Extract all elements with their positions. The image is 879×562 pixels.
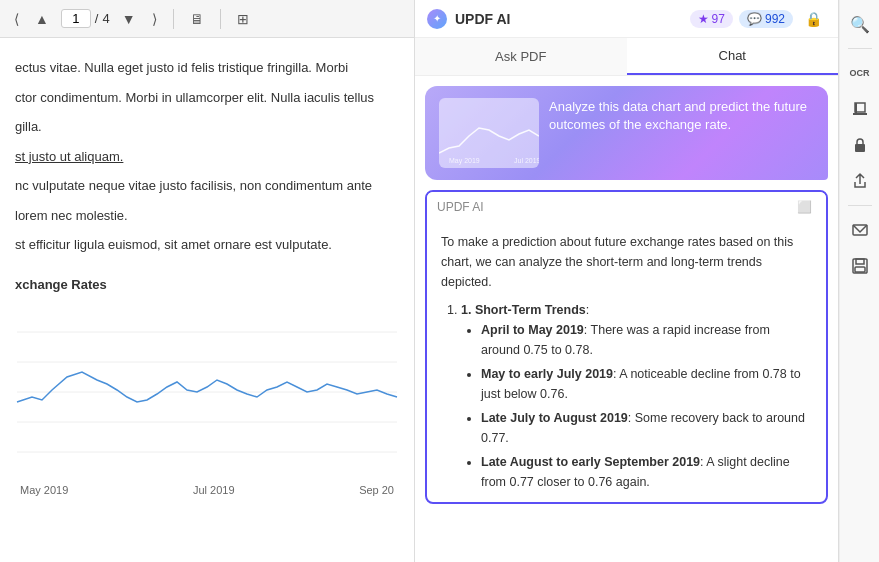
pdf-content: ectus vitae. Nulla eget justo id felis t… bbox=[0, 38, 414, 562]
ai-header-title: UPDF AI bbox=[455, 11, 682, 27]
item4-bold: Late August to early September 2019 bbox=[481, 455, 700, 469]
toolbar-separator2 bbox=[220, 9, 221, 29]
section1-title: 1. Short-Term Trends bbox=[461, 303, 586, 317]
item2-bold: May to early July 2019 bbox=[481, 367, 613, 381]
section1-item-2: May to early July 2019: A noticeable dec… bbox=[481, 364, 812, 404]
ai-response: UPDF AI ⬜ To make a prediction about fut… bbox=[425, 190, 828, 504]
pdf-text-3: gilla. bbox=[15, 117, 399, 137]
ai-chat-area: May 2019 Jul 2019 Analyze this data char… bbox=[415, 76, 838, 562]
svg-rect-14 bbox=[856, 259, 864, 264]
sidebar-separator-1 bbox=[848, 48, 872, 49]
page-indicator: / 4 bbox=[61, 9, 110, 28]
chat-count: 992 bbox=[765, 12, 785, 26]
expand-response-button[interactable]: ⬜ bbox=[793, 198, 816, 216]
response-section-1: 1. Short-Term Trends: April to May 2019:… bbox=[461, 300, 812, 492]
user-chart-thumbnail: May 2019 Jul 2019 bbox=[439, 98, 539, 168]
mail-svg bbox=[851, 221, 869, 239]
ai-panel: ✦ UPDF AI ★ 97 💬 992 🔒 Ask PDF Chat bbox=[415, 0, 839, 562]
section2-title: 2. Long-Term Trends bbox=[461, 501, 584, 502]
star-count: 97 bbox=[712, 12, 725, 26]
item1-bold: April to May 2019 bbox=[481, 323, 584, 337]
ai-tabs: Ask PDF Chat bbox=[415, 38, 838, 76]
svg-text:Jul 2019: Jul 2019 bbox=[514, 157, 539, 164]
search-icon[interactable]: 🔍 bbox=[844, 8, 876, 40]
pdf-text-1: ectus vitae. Nulla eget justo id felis t… bbox=[15, 58, 399, 78]
svg-rect-15 bbox=[855, 267, 865, 272]
chat-badge: 💬 992 bbox=[739, 10, 793, 28]
edit-svg bbox=[851, 100, 869, 118]
pdf-text-underline: st justo ut aliquam. bbox=[15, 147, 399, 167]
svg-text:May 2019: May 2019 bbox=[449, 157, 480, 165]
user-message: May 2019 Jul 2019 Analyze this data char… bbox=[425, 86, 828, 180]
share-icon[interactable] bbox=[844, 165, 876, 197]
chart-label-sep: Sep 20 bbox=[359, 482, 394, 499]
page-input[interactable] bbox=[61, 9, 91, 28]
chart-svg bbox=[15, 302, 399, 472]
user-message-text: Analyze this data chart and predict the … bbox=[549, 98, 814, 134]
tab-ask-pdf[interactable]: Ask PDF bbox=[415, 38, 627, 75]
pdf-panel: ⟨ ▲ / 4 ▼ ⟩ 🖥 ⊞ ectus vitae. Nulla eget … bbox=[0, 0, 415, 562]
sidebar-separator-2 bbox=[848, 205, 872, 206]
pdf-text-2: ctor condimentum. Morbi in ullamcorper e… bbox=[15, 88, 399, 108]
page-total: 4 bbox=[102, 11, 109, 26]
pdf-toolbar: ⟨ ▲ / 4 ▼ ⟩ 🖥 ⊞ bbox=[0, 0, 414, 38]
ai-logo-icon: ✦ bbox=[433, 13, 441, 24]
tab-chat[interactable]: Chat bbox=[627, 38, 839, 75]
page-separator: / bbox=[95, 11, 99, 26]
mail-icon[interactable] bbox=[844, 214, 876, 246]
edit-text-icon[interactable] bbox=[844, 93, 876, 125]
chart-x-labels: May 2019 Jul 2019 Sep 20 bbox=[15, 482, 399, 499]
lock-header-icon[interactable]: 🔒 bbox=[801, 9, 826, 29]
chat-icon: 💬 bbox=[747, 12, 762, 26]
ai-response-body[interactable]: To make a prediction about future exchan… bbox=[427, 222, 826, 502]
response-list: 1. Short-Term Trends: April to May 2019:… bbox=[441, 300, 812, 502]
ai-logo: ✦ bbox=[427, 9, 447, 29]
underline-text: st justo ut aliquam. bbox=[15, 149, 123, 164]
badge-group: ★ 97 💬 992 bbox=[690, 10, 793, 28]
section1-item-4: Late August to early September 2019: A s… bbox=[481, 452, 812, 492]
item3-bold: Late July to August 2019 bbox=[481, 411, 628, 425]
ai-response-label: UPDF AI bbox=[437, 200, 484, 214]
chart-label-may: May 2019 bbox=[20, 482, 68, 499]
section1-item-1: April to May 2019: There was a rapid inc… bbox=[481, 320, 812, 360]
section1-items: April to May 2019: There was a rapid inc… bbox=[461, 320, 812, 492]
lock-svg bbox=[851, 136, 869, 154]
chart-label-jul: Jul 2019 bbox=[193, 482, 235, 499]
right-sidebar: 🔍 OCR bbox=[839, 0, 879, 562]
chart-title: xchange Rates bbox=[15, 275, 399, 295]
pdf-text-6: st efficitur ligula euismod, sit amet or… bbox=[15, 235, 399, 255]
chart-section: xchange Rates May 2019 Jul 2019 Sep 20 bbox=[15, 275, 399, 483]
pdf-text-4: nc vulputate neque vitae justo facilisis… bbox=[15, 176, 399, 196]
ocr-icon[interactable]: OCR bbox=[844, 57, 876, 89]
ai-response-header: UPDF AI ⬜ bbox=[427, 192, 826, 222]
last-page-button[interactable]: ⟩ bbox=[148, 9, 161, 29]
save-svg bbox=[851, 257, 869, 275]
thumbnail-svg: May 2019 Jul 2019 bbox=[439, 98, 539, 168]
prev-page-button[interactable]: ▲ bbox=[31, 9, 53, 29]
star-badge: ★ 97 bbox=[690, 10, 733, 28]
ai-header: ✦ UPDF AI ★ 97 💬 992 🔒 bbox=[415, 0, 838, 38]
first-page-button[interactable]: ⟨ bbox=[10, 9, 23, 29]
pdf-text-5: lorem nec molestie. bbox=[15, 206, 399, 226]
svg-rect-11 bbox=[855, 144, 865, 152]
exchange-rate-chart: May 2019 Jul 2019 Sep 20 bbox=[15, 302, 399, 482]
next-page-button[interactable]: ▼ bbox=[118, 9, 140, 29]
svg-rect-8 bbox=[853, 113, 867, 115]
share-svg bbox=[851, 172, 869, 190]
monitor-button[interactable]: 🖥 bbox=[186, 9, 208, 29]
section1-item-3: Late July to August 2019: Some recovery … bbox=[481, 408, 812, 448]
lock-icon[interactable] bbox=[844, 129, 876, 161]
toolbar-separator bbox=[173, 9, 174, 29]
save-icon[interactable] bbox=[844, 250, 876, 282]
ai-response-intro: To make a prediction about future exchan… bbox=[441, 232, 812, 292]
response-section-2: 2. Long-Term Trends: March to September … bbox=[461, 498, 812, 502]
grid-button[interactable]: ⊞ bbox=[233, 9, 253, 29]
star-icon: ★ bbox=[698, 12, 709, 26]
